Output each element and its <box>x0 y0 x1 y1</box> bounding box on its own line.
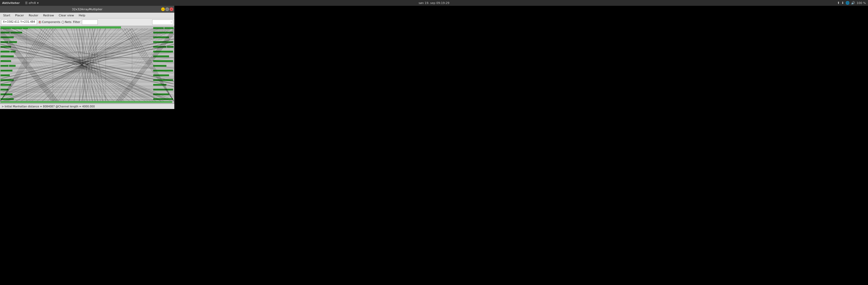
layer-dropdown[interactable]: ▾ <box>152 20 173 25</box>
svg-rect-37 <box>153 74 169 76</box>
upload-icon: ⬆ <box>837 1 840 5</box>
app-window: 32x32ArrayMultiplier – □ × Start Placer … <box>0 6 174 109</box>
hamburger-icon: ☰ <box>25 1 28 5</box>
menu-help[interactable]: Help <box>76 13 87 18</box>
svg-rect-12 <box>1 51 10 52</box>
nets-label: Nets <box>65 20 71 24</box>
title-bar: 32x32ArrayMultiplier – □ × <box>0 6 174 13</box>
network-icon: 🌐 <box>845 1 849 5</box>
filter-input[interactable] <box>82 20 98 25</box>
close-button[interactable]: × <box>169 7 173 11</box>
menu-router[interactable]: Router <box>27 13 40 18</box>
minimize-button[interactable]: – <box>161 7 165 11</box>
menu-redraw[interactable]: Redraw <box>41 13 56 18</box>
system-bar: Aktiviteter ☰ ePnR ▾ søn 19. sep 09:19:2… <box>0 0 868 6</box>
canvas-area[interactable] <box>0 26 174 104</box>
system-tray: ⬆ ⬇ 🌐 🔊 100 % <box>837 1 866 5</box>
app-menu[interactable]: ☰ ePnR ▾ <box>25 1 38 5</box>
window-controls: – □ × <box>161 7 173 11</box>
status-text: > Initial Manhattan distance = 8084087 @… <box>2 105 95 108</box>
window-title: 32x32ArrayMultiplier <box>72 8 102 11</box>
menu-placer[interactable]: Placer <box>13 13 26 18</box>
chevron-down-icon: ▾ <box>37 1 38 5</box>
app-menu-label: ePnR <box>29 1 36 5</box>
dropdown-arrow: ▾ <box>170 21 172 24</box>
routing-canvas <box>0 26 174 104</box>
svg-rect-44 <box>1 101 172 103</box>
menu-clearview[interactable]: Clear view <box>57 13 76 18</box>
svg-rect-19 <box>1 74 10 76</box>
activities-label[interactable]: Aktiviteter <box>2 1 20 5</box>
svg-rect-38 <box>153 79 173 81</box>
volume-icon: 🔊 <box>851 1 855 5</box>
nets-radio[interactable] <box>62 21 64 24</box>
system-clock: søn 19. sep 09:19:29 <box>419 1 449 5</box>
components-radio-label[interactable]: Components <box>38 20 61 24</box>
coordinate-display: X=3382.611 Y=231.484 <box>1 20 37 25</box>
maximize-button[interactable]: □ <box>165 7 169 11</box>
svg-rect-16 <box>1 65 8 67</box>
status-bar: > Initial Manhattan distance = 8084087 @… <box>0 104 174 109</box>
svg-rect-36 <box>153 70 173 72</box>
svg-rect-17 <box>9 65 16 67</box>
toolbar: X=3382.611 Y=231.484 Components Nets Fil… <box>0 19 174 26</box>
view-mode-group: Components Nets <box>38 20 71 24</box>
svg-rect-14 <box>1 56 14 57</box>
nets-radio-label[interactable]: Nets <box>62 20 71 24</box>
battery-label: 100 % <box>857 1 866 5</box>
components-radio[interactable] <box>38 21 41 24</box>
menu-bar: Start Placer Router Redraw Clear view He… <box>0 13 174 19</box>
download-icon: ⬇ <box>841 1 844 5</box>
svg-rect-43 <box>1 26 121 29</box>
svg-rect-22 <box>1 89 8 91</box>
svg-rect-25 <box>153 27 164 29</box>
components-label: Components <box>42 20 61 24</box>
filter-label: Filter <box>73 20 80 24</box>
menu-start[interactable]: Start <box>1 13 12 18</box>
svg-rect-15 <box>1 60 11 62</box>
